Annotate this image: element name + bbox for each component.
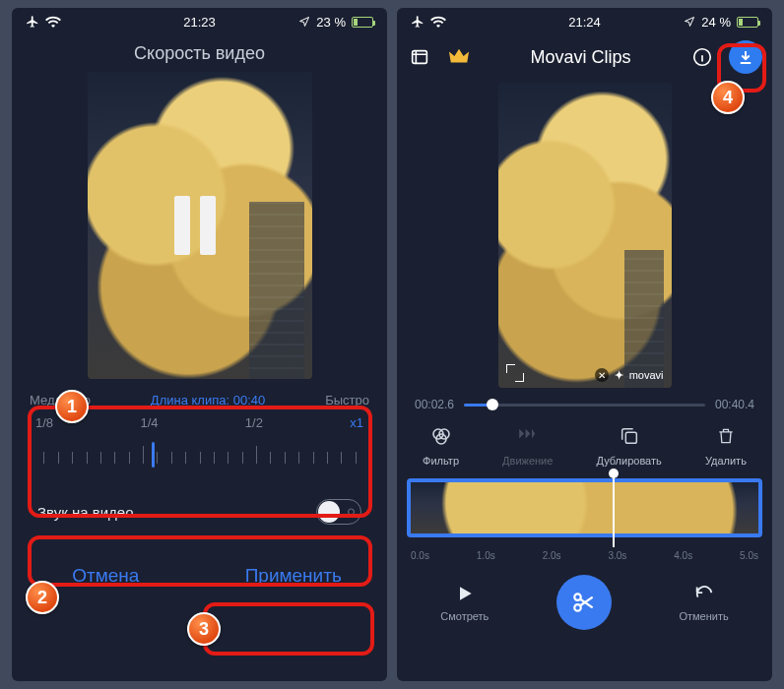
status-bar: 21:23 23 % bbox=[12, 8, 387, 35]
editor-preview[interactable]: ✕ ✦ movavi bbox=[498, 83, 672, 388]
time-total: 00:40.4 bbox=[715, 398, 754, 411]
status-bar: 21:24 24 % bbox=[397, 8, 772, 35]
phone-right: 21:24 24 % Movavi Clips ✕ ✦ movavi bbox=[397, 8, 772, 681]
annotation-box-3 bbox=[203, 602, 374, 656]
svg-point-6 bbox=[574, 594, 581, 600]
watermark[interactable]: ✕ ✦ movavi bbox=[595, 368, 664, 382]
play-button[interactable]: Смотреть bbox=[440, 583, 489, 622]
status-time: 21:24 bbox=[568, 15, 601, 30]
playhead[interactable] bbox=[613, 472, 615, 547]
wifi-icon bbox=[430, 16, 446, 28]
phone-left: 21:23 23 % Скорость видео Медленно Длина… bbox=[12, 8, 387, 681]
airplane-icon bbox=[26, 15, 39, 29]
tool-row: Фильтр Движение Дублировать Удалить bbox=[397, 417, 772, 476]
expand-icon[interactable] bbox=[506, 364, 524, 382]
video-preview[interactable] bbox=[88, 72, 312, 379]
svg-rect-0 bbox=[413, 51, 427, 64]
annotation-badge-2: 2 bbox=[26, 581, 59, 614]
status-time: 21:23 bbox=[183, 15, 216, 30]
close-icon[interactable]: ✕ bbox=[595, 368, 609, 382]
airplane-icon bbox=[411, 15, 425, 29]
annotation-box-1 bbox=[28, 406, 372, 518]
annotation-badge-1: 1 bbox=[55, 390, 89, 423]
battery-percent: 24 % bbox=[701, 15, 731, 30]
tool-motion: Движение bbox=[502, 423, 553, 467]
annotation-badge-4: 4 bbox=[711, 81, 745, 114]
bottom-controls: Смотреть Отменить bbox=[397, 561, 772, 636]
battery-icon bbox=[352, 17, 373, 28]
svg-point-7 bbox=[574, 604, 581, 611]
time-scrubber[interactable]: 00:02.6 00:40.4 bbox=[397, 388, 772, 417]
info-icon[interactable] bbox=[689, 44, 715, 70]
wifi-icon bbox=[45, 16, 61, 28]
cut-button[interactable] bbox=[556, 575, 612, 630]
app-title: Movavi Clips bbox=[486, 47, 676, 68]
annotation-badge-3: 3 bbox=[187, 612, 221, 646]
time-ticks: 0.0s1.0s2.0s3.0s4.0s5.0s bbox=[411, 550, 758, 561]
time-current: 00:02.6 bbox=[415, 398, 454, 411]
projects-icon[interactable] bbox=[407, 44, 432, 70]
speed-title: Скорость видео bbox=[12, 43, 387, 64]
tool-delete[interactable]: Удалить bbox=[705, 423, 747, 467]
location-icon bbox=[684, 16, 695, 28]
app-header: Movavi Clips bbox=[397, 35, 772, 79]
undo-button[interactable]: Отменить bbox=[679, 583, 728, 622]
svg-rect-5 bbox=[625, 432, 636, 443]
battery-percent: 23 % bbox=[316, 15, 346, 30]
location-icon bbox=[298, 16, 310, 28]
crown-icon[interactable] bbox=[446, 44, 472, 70]
annotation-box-2 bbox=[28, 535, 372, 587]
timeline[interactable]: 0.0s1.0s2.0s3.0s4.0s5.0s bbox=[407, 478, 762, 561]
pause-icon[interactable] bbox=[174, 196, 226, 255]
battery-icon bbox=[737, 17, 758, 28]
tool-filter[interactable]: Фильтр bbox=[423, 423, 459, 467]
tool-duplicate[interactable]: Дублировать bbox=[596, 423, 661, 467]
